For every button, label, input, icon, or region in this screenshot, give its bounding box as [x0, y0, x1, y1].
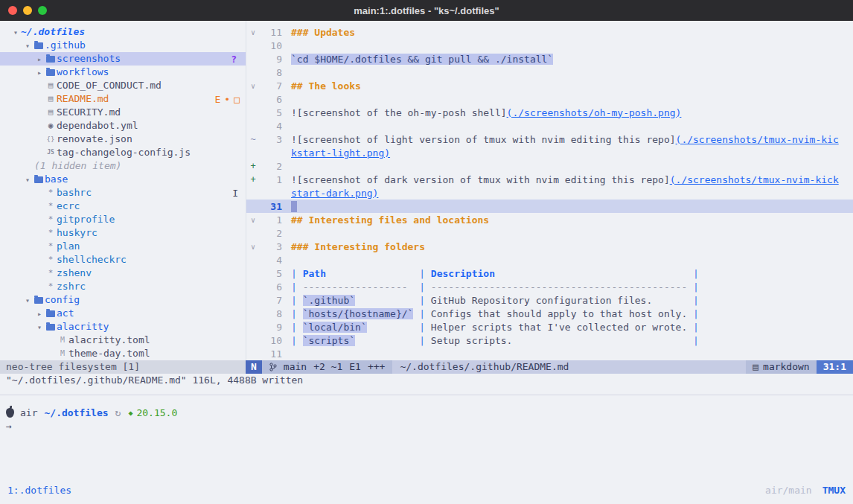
- prompt-cwd: ~/.dotfiles: [44, 407, 108, 418]
- editor-line[interactable]: 11: [246, 347, 853, 360]
- line-segment: |: [693, 281, 699, 293]
- editor-line[interactable]: ~3![screenshot of light version of tmux …: [246, 133, 853, 146]
- tree-item-workflows[interactable]: ▸workflows: [0, 66, 246, 79]
- editor-line[interactable]: 10: [246, 39, 853, 52]
- line-segment: Setup scripts.: [431, 335, 693, 346]
- line-number: 3: [260, 134, 282, 145]
- editor-line[interactable]: 5![screenshot of the oh-my-posh shell](.…: [246, 106, 853, 119]
- tree-label: dependabot.yml: [57, 119, 138, 133]
- prompt-input-line[interactable]: →: [6, 419, 847, 433]
- line-segment: ### Interesting folders: [291, 241, 425, 252]
- editor-line[interactable]: 7| `.github` | GitHub Repository configu…: [246, 293, 853, 307]
- tmux-window-item[interactable]: 1:.dotfiles: [7, 485, 71, 496]
- editor-line[interactable]: ∨11### Updates: [246, 25, 853, 39]
- prompt-host: air: [20, 407, 37, 418]
- tree-item-SECURITY.md[interactable]: ▤SECURITY.md: [0, 106, 246, 119]
- line-number: 8: [260, 308, 282, 319]
- line-segment: GitHub Repository configuration files.: [431, 295, 693, 306]
- editor-line[interactable]: 10| `scripts` | Setup scripts. |: [246, 334, 853, 347]
- tree-item-plan[interactable]: *plan: [0, 240, 246, 253]
- line-number: 1: [260, 174, 282, 185]
- tree-item-zshenv[interactable]: *zshenv: [0, 267, 246, 280]
- tree-item-dependabot.yml[interactable]: ◉dependabot.yml: [0, 119, 246, 133]
- git-modified-icon: □: [234, 94, 240, 105]
- editor-line[interactable]: kstart-light.png): [246, 146, 853, 159]
- close-button[interactable]: [8, 6, 17, 15]
- editor-line[interactable]: 31: [246, 200, 853, 213]
- editor-line[interactable]: start-dark.png): [246, 186, 853, 200]
- tree-item-alacritty[interactable]: ▾alacritty: [0, 320, 246, 334]
- shell-pane[interactable]: air ~/.dotfiles ↻ ◆ 20.15.0 →: [0, 395, 853, 433]
- editor-line[interactable]: ∨3### Interesting folders: [246, 240, 853, 253]
- tree-label: act: [57, 307, 74, 320]
- git-branch-icon: [269, 363, 277, 371]
- chevron-right-icon[interactable]: ▸: [34, 55, 45, 63]
- line-number: 7: [260, 295, 282, 306]
- editor-line[interactable]: 8| `hosts/{hostname}/` | Configs that sh…: [246, 307, 853, 320]
- file-status-badges: E•□: [215, 94, 240, 105]
- tree-item-screenshots[interactable]: ▸screenshots?: [0, 52, 246, 66]
- chevron-right-icon[interactable]: ▸: [34, 68, 45, 77]
- editor-line[interactable]: 9`cd $HOME/.dotfiles && git pull && ./in…: [246, 52, 853, 66]
- tree-item-ecrc[interactable]: *ecrc: [0, 200, 246, 213]
- tree-item-README.md[interactable]: ▤README.mdE•□: [0, 92, 246, 106]
- chevron-down-icon[interactable]: ▾: [22, 296, 33, 304]
- chevron-down-icon[interactable]: ▾: [22, 176, 33, 184]
- editor-line[interactable]: ∨1## Interesting files and locations: [246, 213, 853, 226]
- tree-item-huskyrc[interactable]: *huskyrc: [0, 226, 246, 240]
- tree-item-renovate.json[interactable]: {}renovate.json: [0, 133, 246, 146]
- chevron-down-icon[interactable]: ▾: [10, 28, 21, 36]
- chevron-right-icon[interactable]: ▸: [34, 310, 45, 318]
- neotree-sidebar[interactable]: ▾~/.dotfiles▾.github▸screenshots?▸workfl…: [0, 21, 246, 360]
- editor-buffer[interactable]: ∨11### Updates109`cd $HOME/.dotfiles && …: [246, 21, 853, 360]
- tree-item-config[interactable]: ▾config: [0, 293, 246, 307]
- chevron-down-icon[interactable]: ▾: [22, 42, 33, 50]
- tree-item-shellcheckrc[interactable]: *shellcheckrc: [0, 253, 246, 267]
- editor-line[interactable]: 2: [246, 226, 853, 240]
- editor-line[interactable]: 5| Path | Description |: [246, 267, 853, 280]
- chevron-down-icon[interactable]: ▾: [34, 323, 45, 331]
- tree-item-act[interactable]: ▸act: [0, 307, 246, 320]
- tree-label: alacritty: [57, 320, 109, 334]
- line-number: 4: [260, 121, 282, 132]
- tree-item-tag-changelog-config.js[interactable]: JStag-changelog-config.js: [0, 146, 246, 159]
- tree-item-.github[interactable]: ▾.github: [0, 39, 246, 52]
- tree-item-alacritty.toml[interactable]: Malacritty.toml: [0, 334, 246, 347]
- editor-line[interactable]: +1![screenshot of dark version of tmux w…: [246, 173, 853, 186]
- folder-icon: [34, 176, 43, 183]
- tmux-label: TMUX: [822, 485, 846, 496]
- line-number: 31: [260, 201, 282, 212]
- minimize-button[interactable]: [23, 6, 32, 15]
- line-segment: ## Interesting files and locations: [291, 214, 489, 226]
- editor-line[interactable]: ∨7## The looks: [246, 79, 853, 92]
- tree-label: theme-day.toml: [68, 347, 150, 360]
- line-text: | Path | Description |: [282, 268, 699, 279]
- editor-line[interactable]: 6| ------------------ | ----------------…: [246, 280, 853, 293]
- zoom-button[interactable]: [38, 6, 47, 15]
- tree-item-base[interactable]: ▾base: [0, 173, 246, 186]
- editor-line[interactable]: 9| `local/bin` | Helper scripts that I'v…: [246, 320, 853, 334]
- filetype-segment: ▤ markdown: [746, 360, 816, 374]
- tree-item-gitprofile[interactable]: *gitprofile: [0, 213, 246, 226]
- editor-line[interactable]: 8: [246, 66, 853, 79]
- tree-item-~.dotfiles[interactable]: ▾~/.dotfiles: [0, 25, 246, 39]
- editor-line[interactable]: 6: [246, 92, 853, 106]
- line-text: | `local/bin` | Helper scripts that I've…: [282, 322, 699, 333]
- editor-line[interactable]: 4: [246, 253, 853, 267]
- editor-line[interactable]: 4: [246, 119, 853, 133]
- line-segment: |: [419, 281, 431, 293]
- line-segment: `cd $HOME/.dotfiles && git pull && ./ins…: [291, 54, 553, 65]
- line-segment: |: [693, 268, 699, 279]
- line-segment: start-dark.png): [291, 188, 378, 199]
- tree-label: bashrc: [57, 186, 92, 200]
- folder-icon: [46, 69, 55, 76]
- line-segment: |: [419, 322, 431, 333]
- tree-item-CODEOFCONDUCT.md[interactable]: ▤CODE_OF_CONDUCT.md: [0, 79, 246, 92]
- line-segment: Description: [431, 268, 495, 279]
- git-added-sign: +: [246, 161, 260, 171]
- tree-item-zshrc[interactable]: *zshrc: [0, 280, 246, 293]
- tree-item-bashrc[interactable]: *bashrcI: [0, 186, 246, 200]
- editor-line[interactable]: +2: [246, 159, 853, 173]
- tree-item-theme-day.toml[interactable]: Mtheme-day.toml: [0, 347, 246, 360]
- conf-file-icon: *: [45, 240, 57, 253]
